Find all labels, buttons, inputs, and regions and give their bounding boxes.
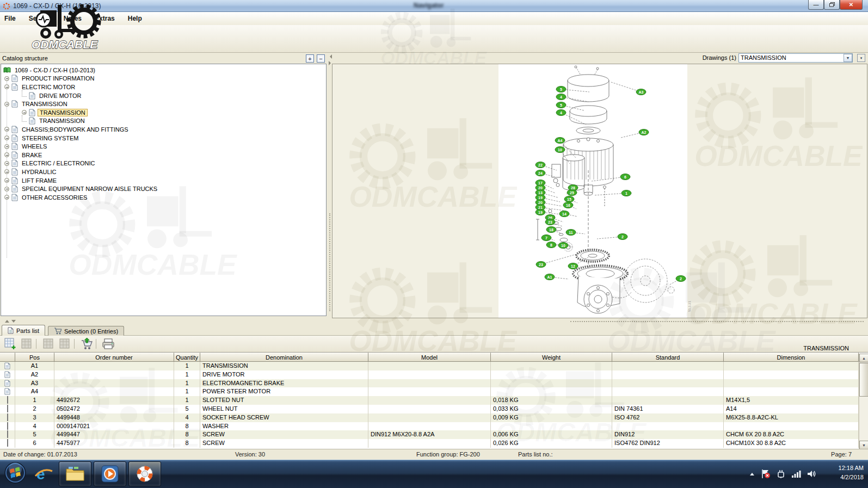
- taskbar-catalog-app-window[interactable]: [128, 461, 161, 486]
- chevron-down-icon[interactable]: ▼: [844, 54, 852, 62]
- taskbar-explorer-window[interactable]: [59, 461, 91, 486]
- menu-item-extras[interactable]: Extras: [95, 15, 115, 22]
- tab-parts-list[interactable]: Parts list: [2, 325, 45, 336]
- tree-expander[interactable]: [4, 169, 9, 174]
- table-scrollbar[interactable]: ▲ ▼: [859, 354, 868, 449]
- minimize-button[interactable]: —: [808, 0, 824, 10]
- tree-item[interactable]: TRANSMISSION: [1, 117, 326, 126]
- restore-button[interactable]: [824, 0, 840, 10]
- table-row[interactable]: 205024725WHEEL NUT0,033 KGDIN 74361A14: [0, 405, 868, 413]
- grid-paste-button[interactable]: [58, 337, 72, 351]
- tree-expander[interactable]: [4, 84, 9, 89]
- close-button[interactable]: ✕: [840, 0, 863, 10]
- tree-item-label[interactable]: TRANSMISSION: [20, 101, 69, 107]
- tree-item[interactable]: CHASSIS;BODYWORK AND FITTINGS: [1, 125, 326, 134]
- tree-item-label[interactable]: TRANSMISSION: [38, 118, 87, 124]
- tree-expander[interactable]: [4, 152, 9, 157]
- tree-item[interactable]: DRIVE MOTOR: [1, 91, 326, 100]
- table-row[interactable]: 644759778SCREW0,026 KGISO4762 DIN912CHCM…: [0, 439, 868, 448]
- tree-item-label[interactable]: BRAKE: [20, 152, 44, 158]
- tree-item[interactable]: OTHER ACCESSORIES: [1, 193, 326, 202]
- tree-expander[interactable]: [4, 187, 9, 192]
- tab-selection[interactable]: Selection (0 Entries): [48, 326, 124, 336]
- taskbar-ie-icon[interactable]: e: [32, 463, 56, 485]
- tree-item-label[interactable]: ELECTRIC / ELECTRONIC: [20, 160, 96, 166]
- tree-item[interactable]: SPECIAL EQUIPMENT NARROW AISLE TRUCKS: [1, 184, 326, 193]
- table-row[interactable]: 544994478SCREWDIN912 M6X20-8.8 A2A0,006 …: [0, 430, 868, 439]
- collapse-all-button[interactable]: −: [317, 54, 325, 63]
- column-header-quantity[interactable]: Quantity: [174, 353, 200, 362]
- tree-item-label[interactable]: DRIVE MOTOR: [38, 92, 83, 99]
- row-checkbox-box[interactable]: [7, 430, 8, 438]
- splitter-handle[interactable]: [329, 213, 330, 311]
- tree-item[interactable]: TRANSMISSION: [1, 108, 326, 117]
- column-header-dimension[interactable]: Dimension: [724, 353, 859, 362]
- tree-expander[interactable]: [4, 127, 9, 132]
- expand-all-button[interactable]: +: [306, 54, 314, 63]
- tree-item-label[interactable]: OTHER ACCESSORIES: [20, 194, 89, 201]
- splitter-collapse-arrows[interactable]: [3, 319, 19, 324]
- tree-item-label[interactable]: SPECIAL EQUIPMENT NARROW AISLE TRUCKS: [20, 186, 159, 192]
- drawing-area[interactable]: 51.1.21 5454A3A2A41022241720131920211928…: [332, 64, 867, 318]
- row-checkbox-box[interactable]: [7, 413, 8, 421]
- row-checkbox[interactable]: [0, 405, 15, 413]
- tree-item[interactable]: ELECTRIC / ELECTRONIC: [1, 159, 326, 168]
- tree-item[interactable]: HYDRAULIC: [1, 168, 326, 176]
- grid-remove-button[interactable]: [20, 337, 34, 351]
- row-checkbox[interactable]: [0, 439, 15, 448]
- tree-item[interactable]: ELECTRIC MOTOR: [1, 83, 326, 91]
- table-row[interactable]: A11TRANSMISSION: [0, 362, 868, 370]
- tree-item[interactable]: LIFT FRAME: [1, 176, 326, 185]
- action-center-icon[interactable]: [761, 469, 771, 479]
- column-header-weight[interactable]: Weight: [491, 353, 612, 362]
- tree-item[interactable]: BRAKE: [1, 151, 326, 159]
- scroll-thumb[interactable]: [859, 363, 868, 397]
- tree-item-label[interactable]: STEERING SYSTEM: [20, 135, 81, 141]
- tree-item-label[interactable]: WHEELS: [20, 143, 48, 150]
- menu-item-notes[interactable]: Notes: [64, 15, 82, 22]
- table-row[interactable]: A41POWER STEER MOTOR: [0, 387, 868, 396]
- column-header-model[interactable]: Model: [368, 353, 491, 362]
- row-checkbox-box[interactable]: [7, 396, 8, 404]
- column-header-standard[interactable]: Standard: [612, 353, 724, 362]
- table-row[interactable]: 144926721SLOTTED NUT0,018 KGM14X1,5: [0, 396, 868, 405]
- scroll-down-button[interactable]: ▼: [859, 441, 868, 449]
- grid-add-button[interactable]: [3, 337, 17, 351]
- show-hidden-icons-button[interactable]: [749, 471, 755, 477]
- start-button[interactable]: [3, 462, 27, 484]
- splitter-left-arrow[interactable]: [328, 54, 332, 59]
- drawing-select[interactable]: TRANSMISSION ▼: [738, 53, 853, 63]
- row-checkbox[interactable]: [0, 430, 15, 439]
- tree-item[interactable]: PRODUCT INFORMATION: [1, 75, 326, 83]
- grid-copy-button[interactable]: [41, 337, 56, 351]
- tree-item[interactable]: WHEELS: [1, 142, 326, 151]
- column-header-denomination[interactable]: Denomination: [200, 353, 368, 362]
- network-signal-icon[interactable]: [791, 470, 801, 478]
- tree-expander[interactable]: [4, 144, 9, 149]
- row-checkbox[interactable]: [0, 413, 15, 422]
- tree-expander[interactable]: [4, 178, 9, 183]
- add-to-selection-button[interactable]: [79, 337, 94, 351]
- row-checkbox[interactable]: [0, 396, 15, 405]
- tree-item-label[interactable]: PRODUCT INFORMATION: [20, 75, 96, 82]
- menu-item-search[interactable]: Search: [29, 15, 51, 22]
- volume-icon[interactable]: [807, 470, 816, 478]
- vertical-splitter[interactable]: [327, 53, 332, 318]
- tree-expander[interactable]: [22, 110, 27, 115]
- power-plug-icon[interactable]: [776, 469, 786, 479]
- scroll-up-button[interactable]: ▲: [859, 354, 868, 362]
- tree-expander[interactable]: [4, 135, 9, 140]
- tree-expander[interactable]: [4, 195, 9, 200]
- tree-item-label[interactable]: LIFT FRAME: [20, 177, 58, 184]
- tree-expander[interactable]: [4, 76, 9, 81]
- table-row[interactable]: A21DRIVE MOTOR: [0, 370, 868, 379]
- table-row[interactable]: A31ELECTROMAGNETIC BRAKE: [0, 379, 868, 388]
- menu-item-file[interactable]: File: [4, 15, 16, 22]
- row-checkbox-box[interactable]: [7, 439, 8, 447]
- table-row[interactable]: 344994484SOCKET HEAD SCREW0,009 KGISO 47…: [0, 413, 868, 422]
- tree-item-label[interactable]: TRANSMISSION: [38, 109, 88, 116]
- column-header-order-number[interactable]: Order number: [54, 353, 174, 362]
- column-header-pos[interactable]: Pos: [15, 353, 54, 362]
- column-header-icon[interactable]: [0, 353, 15, 362]
- row-checkbox[interactable]: [0, 422, 15, 431]
